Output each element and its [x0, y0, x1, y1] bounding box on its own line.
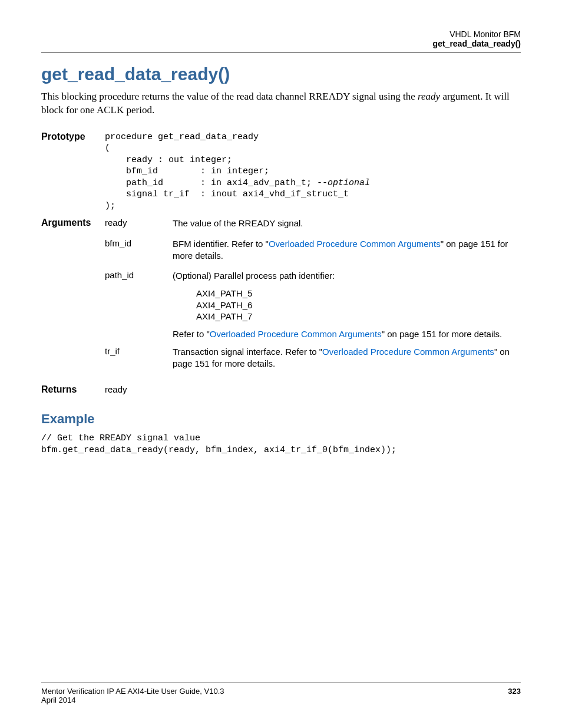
arg-row-bfmid: bfm_id BFM identifier. Refer to "Overloa…: [105, 238, 521, 262]
returns-label: Returns: [41, 384, 105, 395]
proto-line: bfm_id : in integer;: [105, 166, 269, 176]
arg-desc: BFM identifier. Refer to "Overloaded Pro…: [173, 238, 521, 262]
link-overloaded-arguments[interactable]: Overloaded Procedure Common Arguments: [269, 239, 441, 249]
header-line1: VHDL Monitor BFM: [449, 29, 521, 39]
arg-text: Transaction signal interface. Refer to ": [173, 347, 322, 357]
arg-desc: (Optional) Parallel process path identif…: [173, 270, 521, 340]
arg-name: ready: [105, 218, 173, 228]
arguments-section: Arguments ready The value of the RREADY …: [41, 218, 521, 378]
intro-paragraph: This blocking procedure returns the valu…: [41, 90, 521, 117]
arg-row-ready: ready The value of the RREADY signal.: [105, 218, 521, 229]
code-line: // Get the RREADY signal value: [41, 433, 200, 443]
prototype-code: procedure get_read_data_ready ( ready : …: [105, 131, 521, 212]
prototype-label: Prototype: [41, 131, 105, 142]
arg-name: bfm_id: [105, 238, 173, 248]
link-overloaded-arguments[interactable]: Overloaded Procedure Common Arguments: [210, 329, 382, 339]
header-rule: [41, 52, 521, 52]
arg-text: BFM identifier. Refer to ": [173, 239, 269, 249]
arg-row-trif: tr_if Transaction signal interface. Refe…: [105, 346, 521, 370]
intro-arg: ready: [418, 91, 440, 102]
prototype-section: Prototype procedure get_read_data_ready …: [41, 131, 521, 212]
proto-line: path_id : in axi4_adv_path_t;: [105, 178, 317, 188]
proto-line: );: [105, 201, 115, 211]
footer-date: April 2014: [41, 696, 521, 704]
proto-optional: --optional: [317, 178, 370, 188]
footer-title: Mentor Verification IP AE AXI4-Lite User…: [41, 687, 224, 696]
footer-page: 323: [508, 687, 521, 696]
arg-desc: Transaction signal interface. Refer to "…: [173, 346, 521, 370]
path-item: AXI4_PATH_5: [196, 288, 521, 299]
path-list: AXI4_PATH_5 AXI4_PATH_6 AXI4_PATH_7: [196, 288, 521, 322]
arguments-label: Arguments: [41, 218, 105, 228]
example-code: // Get the RREADY signal value bfm.get_r…: [41, 433, 521, 457]
page-header: VHDL Monitor BFM get_read_data_ready(): [41, 29, 521, 48]
proto-line: ready : out integer;: [105, 155, 232, 165]
link-overloaded-arguments[interactable]: Overloaded Procedure Common Arguments: [322, 347, 494, 357]
arg-text: Refer to ": [173, 329, 210, 339]
arg-row-pathid: path_id (Optional) Parallel process path…: [105, 270, 521, 340]
arguments-table: ready The value of the RREADY signal. bf…: [105, 218, 521, 378]
intro-part1: This blocking procedure returns the valu…: [41, 91, 418, 102]
page-footer: Mentor Verification IP AE AXI4-Lite User…: [41, 683, 521, 704]
example-heading: Example: [41, 411, 521, 427]
arg-desc: The value of the RREADY signal.: [173, 218, 521, 229]
proto-line: (: [105, 143, 110, 153]
path-item: AXI4_PATH_6: [196, 299, 521, 311]
code-line: bfm.get_read_data_ready(ready, bfm_index…: [41, 445, 396, 455]
path-item: AXI4_PATH_7: [196, 311, 521, 322]
arg-name: path_id: [105, 270, 173, 280]
proto-line: signal tr_if : inout axi4_vhd_if_struct_…: [105, 189, 349, 199]
arg-text: Refer to "Overloaded Procedure Common Ar…: [173, 328, 521, 340]
returns-section: Returns ready: [41, 384, 521, 395]
arg-name: tr_if: [105, 346, 173, 356]
proto-line: procedure get_read_data_ready: [105, 132, 259, 142]
footer-row: Mentor Verification IP AE AXI4-Lite User…: [41, 687, 521, 696]
arg-text: (Optional) Parallel process path identif…: [173, 270, 521, 282]
arg-text: " on page 151 for more details.: [382, 329, 503, 339]
footer-rule: [41, 683, 521, 683]
header-line2: get_read_data_ready(): [433, 39, 521, 48]
returns-value: ready: [105, 384, 521, 394]
page-title: get_read_data_ready(): [41, 64, 521, 84]
